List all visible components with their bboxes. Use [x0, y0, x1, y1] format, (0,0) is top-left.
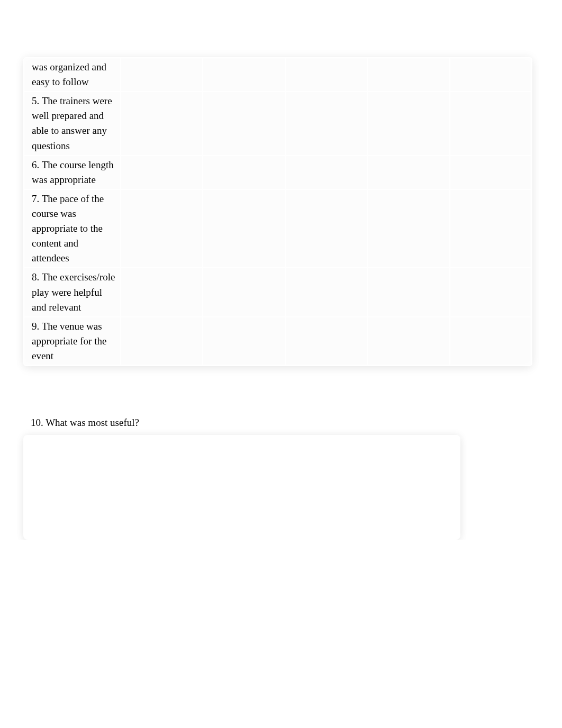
table-row: 9. The venue was appropriate for the eve… [24, 317, 532, 366]
rating-cell[interactable] [367, 268, 449, 316]
rating-cell[interactable] [121, 92, 203, 155]
row-label: 5. The trainers were well prepared and a… [24, 92, 121, 155]
rating-grid: was organized and easy to follow 5. The … [23, 57, 532, 366]
rating-cell[interactable] [203, 317, 285, 366]
rating-cell[interactable] [203, 58, 285, 92]
rating-cell[interactable] [367, 156, 449, 189]
row-label: 9. The venue was appropriate for the eve… [24, 317, 121, 366]
rating-cell[interactable] [203, 189, 285, 268]
rating-cell[interactable] [367, 92, 449, 155]
row-label: was organized and easy to follow [24, 58, 121, 92]
question-10-textarea[interactable] [29, 440, 455, 534]
question-10-textarea-wrap [23, 435, 460, 540]
table-row: was organized and easy to follow [24, 58, 532, 92]
question-10-label: 10. What was most useful? [31, 417, 532, 429]
rating-cell[interactable] [367, 317, 449, 366]
rating-cell[interactable] [285, 268, 367, 316]
rating-table: was organized and easy to follow 5. The … [23, 57, 532, 366]
rating-cell[interactable] [121, 317, 203, 366]
rating-cell[interactable] [450, 92, 532, 155]
rating-cell[interactable] [203, 92, 285, 155]
rating-cell[interactable] [285, 317, 367, 366]
rating-cell[interactable] [450, 156, 532, 189]
table-row: 8. The exercises/role play were helpful … [24, 268, 532, 316]
rating-cell[interactable] [121, 268, 203, 316]
rating-cell[interactable] [450, 58, 532, 92]
rating-cell[interactable] [367, 189, 449, 268]
table-row: 5. The trainers were well prepared and a… [24, 92, 532, 155]
rating-cell[interactable] [450, 189, 532, 268]
rating-cell[interactable] [285, 58, 367, 92]
rating-cell[interactable] [203, 156, 285, 189]
rating-cell[interactable] [203, 268, 285, 316]
rating-cell[interactable] [121, 189, 203, 268]
rating-cell[interactable] [121, 58, 203, 92]
row-label: 6. The course length was appropriate [24, 156, 121, 189]
rating-cell[interactable] [121, 156, 203, 189]
rating-cell[interactable] [285, 189, 367, 268]
rating-cell[interactable] [285, 156, 367, 189]
rating-cell[interactable] [285, 92, 367, 155]
table-row: 7. The pace of the course was appropriat… [24, 189, 532, 268]
rating-cell[interactable] [450, 317, 532, 366]
row-label: 7. The pace of the course was appropriat… [24, 189, 121, 268]
table-row: 6. The course length was appropriate [24, 156, 532, 189]
row-label: 8. The exercises/role play were helpful … [24, 268, 121, 316]
rating-cell[interactable] [450, 268, 532, 316]
rating-cell[interactable] [367, 58, 449, 92]
